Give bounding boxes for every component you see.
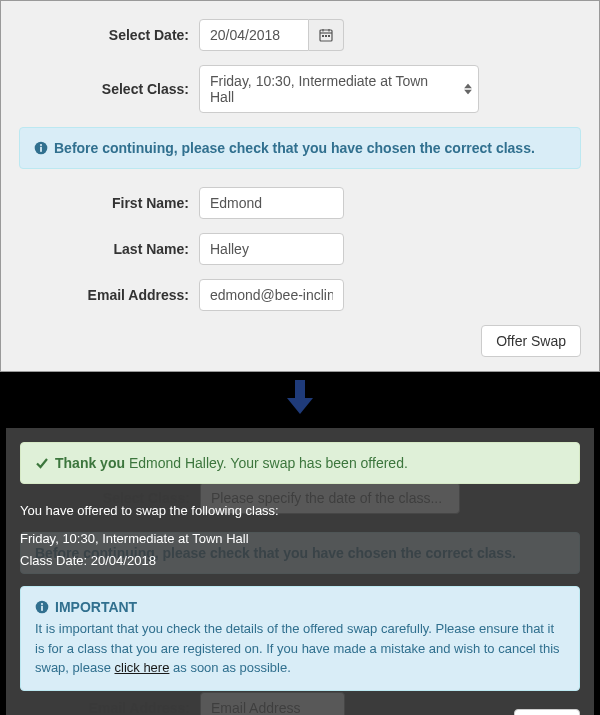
row-email: Email Address: — [19, 279, 581, 311]
check-icon — [35, 456, 49, 470]
label-last-name: Last Name: — [19, 241, 199, 257]
verify-class-alert: Before continuing, please check that you… — [19, 127, 581, 169]
offered-heading: You have offered to swap the following c… — [20, 500, 580, 522]
date-input-group — [199, 19, 344, 51]
important-alert: IMPORTANT It is important that you check… — [20, 586, 580, 691]
svg-point-9 — [40, 144, 42, 146]
offer-swap-button[interactable]: Offer Swap — [481, 325, 581, 357]
label-email: Email Address: — [19, 287, 199, 303]
cancel-swap-link[interactable]: click here — [115, 660, 170, 675]
success-alert: Thank you Edmond Halley. Your swap has b… — [20, 442, 580, 484]
label-select-class: Select Class: — [19, 81, 199, 97]
date-input[interactable] — [199, 19, 309, 51]
class-selected-value: Friday, 10:30, Intermediate at Town Hall — [210, 73, 428, 105]
flow-connector — [0, 372, 600, 422]
confirmation-outer: Select Class: Please specify the date of… — [0, 422, 600, 715]
modal-content: Thank you Edmond Halley. Your swap has b… — [20, 442, 580, 715]
confirmation-panel: Select Class: Please specify the date of… — [6, 428, 594, 715]
row-date: Select Date: — [19, 19, 581, 51]
arrow-down-icon — [285, 378, 315, 416]
info-icon — [35, 600, 49, 614]
svg-rect-12 — [41, 606, 43, 611]
form-actions: Offer Swap — [19, 325, 581, 357]
email-input[interactable] — [199, 279, 344, 311]
important-label: IMPORTANT — [55, 599, 137, 615]
row-first-name: First Name: — [19, 187, 581, 219]
label-first-name: First Name: — [19, 195, 199, 211]
row-last-name: Last Name: — [19, 233, 581, 265]
success-tail: . Your swap has been offered. — [223, 455, 408, 471]
offered-summary: You have offered to swap the following c… — [20, 500, 580, 572]
swap-form-panel: Select Date: Select Class: Friday, 10:30… — [0, 0, 600, 372]
svg-rect-4 — [322, 35, 324, 37]
svg-point-13 — [41, 603, 43, 605]
offered-date-line: Class Date: 20/04/2018 — [20, 550, 580, 572]
label-select-date: Select Date: — [19, 27, 199, 43]
svg-rect-6 — [328, 35, 330, 37]
modal-actions: Close — [20, 709, 580, 715]
offered-class-line: Friday, 10:30, Intermediate at Town Hall — [20, 528, 580, 550]
calendar-icon — [319, 28, 333, 42]
svg-rect-10 — [295, 380, 305, 398]
info-icon — [34, 141, 48, 155]
last-name-input[interactable] — [199, 233, 344, 265]
row-class: Select Class: Friday, 10:30, Intermediat… — [19, 65, 581, 113]
first-name-input[interactable] — [199, 187, 344, 219]
success-user-name: Edmond Halley — [129, 455, 223, 471]
success-thank-you: Thank you — [55, 455, 125, 471]
verify-class-alert-text: Before continuing, please check that you… — [54, 140, 535, 156]
important-body: It is important that you check the detai… — [35, 619, 565, 678]
select-caret-icon — [464, 84, 472, 95]
svg-rect-8 — [40, 147, 42, 152]
svg-rect-5 — [325, 35, 327, 37]
close-button[interactable]: Close — [514, 709, 580, 715]
class-select[interactable]: Friday, 10:30, Intermediate at Town Hall — [199, 65, 479, 113]
calendar-addon[interactable] — [309, 19, 344, 51]
